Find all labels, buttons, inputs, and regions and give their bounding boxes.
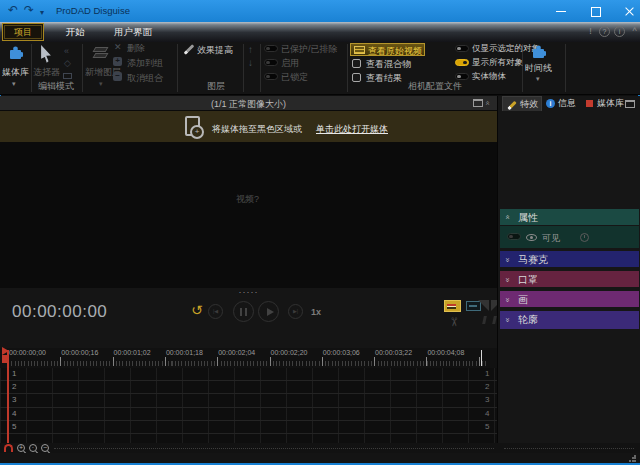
pause-button[interactable] [233, 301, 254, 322]
view-original-button[interactable]: 查看原始视频 [350, 43, 425, 56]
tab-media-label: 媒体库 [597, 96, 624, 111]
view-composite-label: 查看混合物 [366, 58, 411, 71]
play-button[interactable] [258, 301, 279, 322]
splitter-handle[interactable]: ····· [0, 287, 497, 297]
lasso-icon[interactable]: ◇ [64, 59, 71, 68]
resize-grip[interactable] [629, 455, 636, 462]
section-outline[interactable]: » 轮廓 [500, 311, 639, 329]
show-selected-only-toggle[interactable] [455, 45, 469, 52]
section-mask[interactable]: » 口罩 [500, 271, 639, 287]
pen-icon [507, 101, 516, 110]
timeline-tracks[interactable]: 1 1 2 2 3 3 4 4 5 5 [0, 368, 497, 443]
timeline-ruler[interactable]: 00:00:00;00 00:00:00;16 00:00:01;02 00:0… [0, 348, 497, 368]
zoom-out-icon[interactable]: − [41, 444, 49, 452]
show-all-objects-toggle[interactable] [455, 59, 469, 66]
maximize-button[interactable] [578, 0, 612, 22]
select-prev-icon[interactable]: « [64, 47, 69, 56]
zoom-time-icon[interactable]: · [29, 444, 37, 452]
open-media-link[interactable]: 单击此处打开媒体 [316, 123, 388, 136]
effect-boost-button[interactable]: 效果提高 [197, 44, 233, 57]
collapse-panel-icon[interactable]: » [483, 102, 492, 105]
solid-objects-toggle[interactable] [455, 73, 469, 80]
chevron-down-icon: » [503, 298, 512, 301]
tab-user-interface[interactable]: 用户界面 [102, 23, 164, 41]
section-draw[interactable]: » 画 [500, 291, 639, 307]
timecode-display: 00:00:00:00 [12, 302, 107, 322]
rect-select-icon[interactable] [63, 73, 72, 79]
help-icon[interactable]: ? [599, 26, 610, 37]
app-window: ↶ ↷ ▾ ProDAD Disguise 项目 开始 用户界面 ! ? i ^… [0, 0, 640, 465]
skip-end-button[interactable]: ▶| [288, 304, 303, 319]
titlebar[interactable]: ↶ ↷ ▾ ProDAD Disguise [0, 0, 640, 22]
divider [82, 44, 83, 92]
range-end-marker[interactable] [481, 350, 482, 366]
visible-toggle[interactable] [507, 233, 521, 240]
quickbar-dropdown-icon[interactable]: ▾ [40, 6, 44, 20]
skip-start-button[interactable]: |◀ [208, 304, 223, 319]
undock-window-icon[interactable] [473, 99, 483, 107]
selector-cursor-icon [39, 45, 53, 63]
keyframe-clock-icon[interactable] [580, 233, 589, 242]
track-row[interactable]: 3 3 [0, 394, 497, 407]
snap-magnet-icon[interactable] [4, 444, 13, 452]
divider [565, 44, 566, 92]
divider-dotted [54, 448, 494, 449]
ruler-label: 00:00:01;18 [166, 349, 218, 356]
media-library-button[interactable]: 媒体库 [2, 66, 29, 79]
tab-info[interactable]: i 信息 [546, 96, 582, 111]
track-number: 5 [12, 422, 16, 431]
puzzle-icon [531, 44, 546, 59]
section-mosaic-label: 马赛克 [518, 253, 548, 267]
tab-effects[interactable]: 特效 [502, 96, 542, 111]
show-selected-only-label: 仅显示选定的对象 [472, 43, 540, 55]
chevron-down-icon[interactable]: ▾ [12, 80, 16, 88]
ruler-label: 00:00:03;06 [323, 349, 375, 356]
tab-info-label: 信息 [558, 96, 576, 111]
collapse-ribbon-icon[interactable]: ^ [629, 26, 640, 37]
undo-icon[interactable]: ↶ [8, 3, 18, 17]
timeline-button[interactable]: 时间线 [525, 62, 552, 75]
chevron-down-icon[interactable]: ▾ [536, 75, 540, 83]
move-layer-up-icon[interactable]: ↑ [248, 45, 253, 55]
playback-speed[interactable]: 1x [311, 307, 321, 317]
cut-scissors-icon[interactable]: ✂ [447, 317, 461, 327]
preview-viewport[interactable]: 视频? [0, 142, 497, 288]
selector-button[interactable]: 选择器 [33, 66, 60, 79]
tab-project[interactable]: 项目 [2, 23, 44, 41]
track-row[interactable]: 5 5 [0, 421, 497, 434]
chevron-down-icon: » [503, 258, 512, 261]
track-number-right: 5 [485, 422, 489, 431]
media-drop-zone[interactable]: 将媒体拖至黑色区域或 单击此处打开媒体 [0, 111, 497, 142]
zoom-in-icon[interactable]: + [17, 444, 25, 452]
ruler-label: 00:00:03;22 [375, 349, 427, 356]
move-layer-down-icon[interactable]: ↓ [248, 58, 253, 68]
locked-toggle[interactable] [264, 73, 278, 80]
add-to-group-button[interactable]: 添加到组 [127, 57, 163, 70]
track-row[interactable]: 2 2 [0, 381, 497, 394]
tab-start[interactable]: 开始 [52, 23, 98, 41]
enable-toggle[interactable] [264, 59, 278, 66]
delete-button[interactable]: 删除 [127, 42, 145, 55]
timeline-toolbar: + · − [0, 443, 640, 453]
track-row[interactable]: 1 1 [0, 368, 497, 381]
track-row[interactable]: 4 4 [0, 408, 497, 421]
close-button[interactable] [612, 0, 640, 22]
chevron-up-icon: » [503, 216, 512, 219]
redo-icon[interactable]: ↷ [24, 3, 34, 17]
playhead-line[interactable] [7, 350, 9, 443]
set-in-marker-button[interactable] [444, 300, 461, 312]
about-icon[interactable]: i [614, 26, 625, 37]
alert-icon[interactable]: ! [585, 26, 596, 37]
minimize-button[interactable] [544, 0, 578, 22]
visible-row: 可见 [500, 226, 639, 248]
section-properties[interactable]: » 属性 [500, 209, 639, 225]
track-row-partial[interactable] [0, 434, 497, 442]
undock-panel-icon[interactable] [625, 100, 635, 108]
protected-toggle[interactable] [264, 45, 278, 52]
section-mosaic[interactable]: » 马赛克 [500, 251, 639, 267]
view-composite-checkbox[interactable] [352, 59, 361, 68]
add-to-group-icon: + [113, 57, 122, 66]
loop-playback-icon[interactable]: ↺ [191, 303, 203, 317]
trim-left-icon[interactable] [478, 300, 489, 311]
ribbon-toolbar: 媒体库 ▾ 选择器 « ◇ 编辑模式 新增图层 ▾ ✕ 删除 + 添加到组 − … [0, 42, 640, 95]
